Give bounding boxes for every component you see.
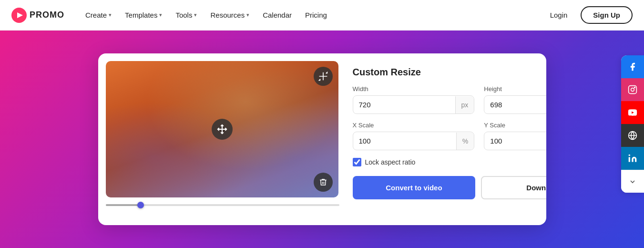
svg-rect-12 — [629, 157, 630, 162]
width-input[interactable] — [353, 96, 455, 114]
convert-to-video-button[interactable]: Convert to video — [353, 176, 476, 199]
xscale-unit: % — [456, 133, 474, 150]
action-row: Convert to video Download — [353, 176, 546, 199]
yscale-label: Y Scale — [484, 122, 546, 129]
facebook-button[interactable] — [621, 55, 644, 78]
xscale-input[interactable] — [353, 132, 456, 150]
nav-create[interactable]: Create ▾ — [80, 8, 117, 22]
expand-social-button[interactable] — [621, 170, 644, 193]
width-field-group: Width px — [353, 85, 475, 114]
lock-aspect-label: Lock aspect ratio — [365, 158, 416, 166]
height-input-wrap: px — [484, 95, 546, 114]
main-content: Custom Resize Width px Height px — [0, 31, 644, 248]
web-button[interactable] — [621, 124, 644, 147]
nav-actions: Login Sign Up — [542, 6, 633, 24]
delete-icon-button[interactable] — [314, 173, 333, 192]
height-label: Height — [484, 85, 546, 93]
scrubber-thumb[interactable] — [137, 202, 144, 208]
download-button[interactable]: Download — [481, 176, 546, 199]
preview-section — [106, 61, 339, 217]
svg-point-8 — [634, 87, 635, 88]
yscale-input-wrap: % — [484, 132, 546, 150]
xscale-label: X Scale — [353, 122, 475, 129]
scrubber[interactable] — [106, 203, 339, 207]
linkedin-button[interactable] — [621, 147, 644, 170]
instagram-button[interactable] — [621, 78, 644, 101]
fields-grid: Width px Height px X Scale — [353, 85, 546, 150]
scrubber-track — [106, 204, 339, 206]
lock-row: Lock aspect ratio — [353, 158, 546, 166]
logo-text: PROMO — [30, 10, 64, 20]
social-sidebar — [621, 55, 644, 193]
move-icon-button[interactable] — [212, 119, 233, 140]
height-field-group: Height px — [484, 85, 546, 114]
svg-point-7 — [631, 88, 634, 92]
card-title: Custom Resize — [353, 67, 546, 78]
youtube-button[interactable] — [621, 101, 644, 124]
controls-section: Custom Resize Width px Height px — [351, 61, 546, 217]
nav-templates[interactable]: Templates ▾ — [119, 8, 168, 22]
signup-button[interactable]: Sign Up — [581, 6, 633, 24]
xscale-field-group: X Scale % — [353, 122, 475, 150]
logo[interactable]: PROMO — [11, 8, 64, 23]
nav-tools[interactable]: Tools ▾ — [170, 8, 203, 22]
nav-pricing[interactable]: Pricing — [299, 8, 333, 22]
xscale-input-wrap: % — [353, 132, 475, 150]
width-input-wrap: px — [353, 95, 475, 114]
yscale-input[interactable] — [484, 132, 546, 150]
resize-card: Custom Resize Width px Height px — [98, 53, 546, 225]
chevron-down-icon: ▾ — [194, 12, 197, 18]
scrubber-fill — [106, 204, 141, 206]
nav-resources[interactable]: Resources ▾ — [204, 8, 255, 22]
yscale-field-group: Y Scale % — [484, 122, 546, 150]
nav-calendar[interactable]: Calendar — [257, 8, 297, 22]
lock-aspect-checkbox[interactable] — [353, 158, 361, 166]
svg-rect-6 — [629, 86, 637, 94]
height-input[interactable] — [484, 96, 546, 114]
login-button[interactable]: Login — [542, 7, 575, 23]
chevron-down-icon: ▾ — [109, 12, 112, 18]
chevron-down-icon: ▾ — [159, 12, 162, 18]
chevron-down-icon: ▾ — [246, 12, 249, 18]
resize-icon-button[interactable] — [314, 67, 333, 86]
preview-image-wrap — [106, 61, 338, 197]
svg-point-13 — [629, 155, 630, 156]
navbar: PROMO Create ▾ Templates ▾ Tools ▾ Resou… — [0, 0, 644, 31]
nav-items: Create ▾ Templates ▾ Tools ▾ Resources ▾… — [80, 8, 542, 22]
width-label: Width — [353, 85, 475, 93]
width-unit: px — [455, 96, 474, 114]
